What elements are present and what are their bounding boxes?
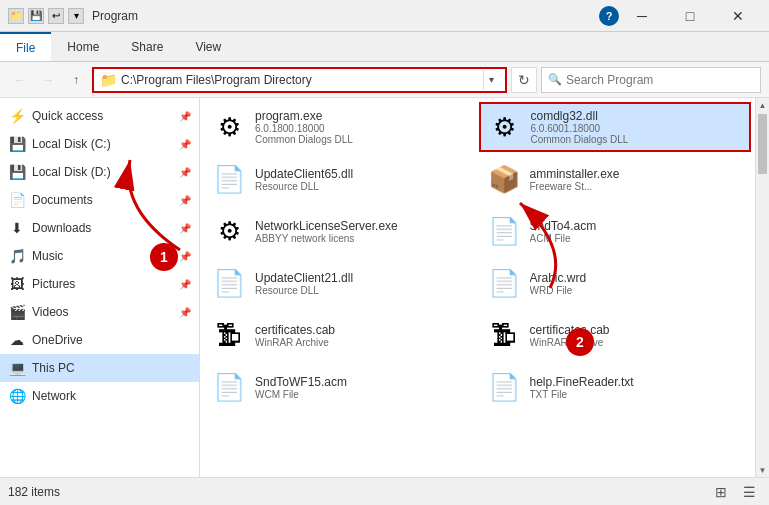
file-info: program.exe6.0.1800.18000Common Dialogs … [255, 109, 470, 145]
file-info: UpdateClient65.dllResource DLL [255, 167, 470, 192]
sidebar-item-music[interactable]: 🎵 Music 📌 [0, 242, 199, 270]
scrollbar-thumb[interactable] [758, 114, 767, 174]
tab-home[interactable]: Home [51, 32, 115, 61]
address-input[interactable] [121, 73, 479, 87]
file-name: UpdateClient65.dll [255, 167, 470, 181]
file-item[interactable]: 📄UpdateClient65.dllResource DLL [204, 154, 477, 204]
pin-icon-music: 📌 [179, 251, 191, 262]
qat-customize[interactable]: ▾ [68, 8, 84, 24]
ribbon-tabs: File Home Share View [0, 32, 769, 62]
sidebar-label-local-c: Local Disk (C:) [32, 137, 173, 151]
file-detail-1: ABBYY network licens [255, 233, 470, 244]
file-name: NetworkLicenseServer.exe [255, 219, 470, 233]
scroll-up-btn[interactable]: ▲ [756, 98, 769, 112]
sidebar-item-quick-access[interactable]: ⚡ Quick access 📌 [0, 102, 199, 130]
file-detail-1: Resource DLL [255, 181, 470, 192]
file-detail-1: Resource DLL [255, 285, 470, 296]
onedrive-icon: ☁ [8, 332, 26, 348]
pin-icon-dl: 📌 [179, 223, 191, 234]
file-item[interactable]: 📄Arabic.wrdWRD File [479, 258, 752, 308]
sidebar-item-local-d[interactable]: 💾 Local Disk (D:) 📌 [0, 158, 199, 186]
tab-view[interactable]: View [179, 32, 237, 61]
refresh-button[interactable]: ↻ [511, 67, 537, 93]
window-title: Program [92, 9, 599, 23]
file-name: certificates.cab [530, 323, 745, 337]
file-item[interactable]: 📄SndTo4.acmACM File [479, 206, 752, 256]
file-item[interactable]: 📦amminstaller.exeFreeware St... [479, 154, 752, 204]
file-icon: 📄 [486, 369, 522, 405]
close-button[interactable]: ✕ [715, 0, 761, 32]
quick-access-toolbar: 📁 💾 ↩ ▾ [8, 8, 84, 24]
tab-share[interactable]: Share [115, 32, 179, 61]
sidebar: ⚡ Quick access 📌 💾 Local Disk (C:) 📌 💾 L… [0, 98, 200, 477]
network-icon: 🌐 [8, 388, 26, 404]
help-button[interactable]: ? [599, 6, 619, 26]
file-item[interactable]: 🗜certificates.cabWinRAR Archive [479, 310, 752, 360]
file-info: certificates.cabWinRAR Archive [255, 323, 470, 348]
quick-access-icon: ⚡ [8, 108, 26, 124]
file-item[interactable]: 📄UpdateClient21.dllResource DLL [204, 258, 477, 308]
search-input[interactable] [566, 73, 754, 87]
address-input-wrapper: 📁 ▾ [92, 67, 507, 93]
file-name: certificates.cab [255, 323, 470, 337]
sidebar-label-documents: Documents [32, 193, 173, 207]
sidebar-item-network[interactable]: 🌐 Network [0, 382, 199, 410]
list-view-btn[interactable]: ☰ [737, 481, 761, 503]
window-controls: ─ □ ✕ [619, 0, 761, 32]
file-item[interactable]: ⚙program.exe6.0.1800.18000Common Dialogs… [204, 102, 477, 152]
documents-icon: 📄 [8, 192, 26, 208]
file-detail-2: Common Dialogs DLL [531, 134, 744, 145]
status-bar: 182 items ⊞ ☰ [0, 477, 769, 505]
title-bar: 📁 💾 ↩ ▾ Program ? ─ □ ✕ [0, 0, 769, 32]
file-info: comdlg32.dll6.0.6001.18000Common Dialogs… [531, 109, 744, 145]
qat-icon-1[interactable]: 📁 [8, 8, 24, 24]
sidebar-item-videos[interactable]: 🎬 Videos 📌 [0, 298, 199, 326]
file-detail-1: WinRAR Archive [255, 337, 470, 348]
file-icon: 📄 [486, 213, 522, 249]
sidebar-label-onedrive: OneDrive [32, 333, 191, 347]
pin-icon: 📌 [179, 111, 191, 122]
sidebar-label-pictures: Pictures [32, 277, 173, 291]
file-item[interactable]: 🗜certificates.cabWinRAR Archive [204, 310, 477, 360]
file-icon: 🗜 [486, 317, 522, 353]
sidebar-label-this-pc: This PC [32, 361, 191, 375]
file-area: ⚙program.exe6.0.1800.18000Common Dialogs… [200, 98, 755, 477]
file-name: comdlg32.dll [531, 109, 744, 123]
sidebar-item-pictures[interactable]: 🖼 Pictures 📌 [0, 270, 199, 298]
tab-file[interactable]: File [0, 32, 51, 61]
file-item[interactable]: ⚙comdlg32.dll6.0.6001.18000Common Dialog… [479, 102, 752, 152]
file-detail-1: WRD File [530, 285, 745, 296]
sidebar-item-this-pc[interactable]: 💻 This PC [0, 354, 199, 382]
sidebar-item-documents[interactable]: 📄 Documents 📌 [0, 186, 199, 214]
scrollbar[interactable]: ▲ ▼ [755, 98, 769, 477]
forward-button[interactable]: → [36, 68, 60, 92]
file-name: SndToWF15.acm [255, 375, 470, 389]
file-icon: ⚙ [211, 109, 247, 145]
qat-icon-2[interactable]: 💾 [28, 8, 44, 24]
pin-icon-pics: 📌 [179, 279, 191, 290]
file-info: SndTo4.acmACM File [530, 219, 745, 244]
file-detail-1: TXT File [530, 389, 745, 400]
search-icon: 🔍 [548, 73, 562, 86]
file-item[interactable]: ⚙NetworkLicenseServer.exeABBYY network l… [204, 206, 477, 256]
file-item[interactable]: 📄SndToWF15.acmWCM File [204, 362, 477, 412]
maximize-button[interactable]: □ [667, 0, 713, 32]
videos-icon: 🎬 [8, 304, 26, 320]
qat-icon-3[interactable]: ↩ [48, 8, 64, 24]
back-button[interactable]: ← [8, 68, 32, 92]
file-icon: ⚙ [487, 109, 523, 145]
this-pc-icon: 💻 [8, 360, 26, 376]
pin-icon-d: 📌 [179, 167, 191, 178]
file-item[interactable]: 📄help.FineReader.txtTXT File [479, 362, 752, 412]
up-button[interactable]: ↑ [64, 68, 88, 92]
scroll-down-btn[interactable]: ▼ [756, 463, 769, 477]
grid-view-btn[interactable]: ⊞ [709, 481, 733, 503]
sidebar-item-onedrive[interactable]: ☁ OneDrive [0, 326, 199, 354]
sidebar-item-downloads[interactable]: ⬇ Downloads 📌 [0, 214, 199, 242]
file-info: NetworkLicenseServer.exeABBYY network li… [255, 219, 470, 244]
sidebar-item-local-c[interactable]: 💾 Local Disk (C:) 📌 [0, 130, 199, 158]
file-name: amminstaller.exe [530, 167, 745, 181]
file-name: SndTo4.acm [530, 219, 745, 233]
address-dropdown-btn[interactable]: ▾ [483, 70, 499, 90]
minimize-button[interactable]: ─ [619, 0, 665, 32]
